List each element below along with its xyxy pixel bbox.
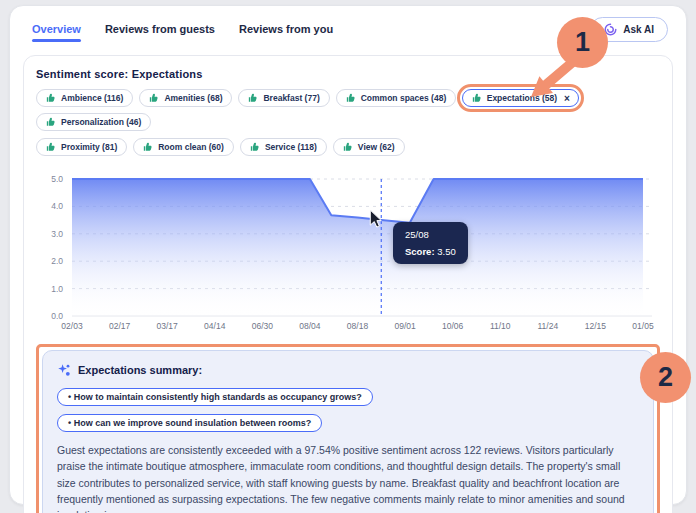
expectations-summary-card: Expectations summary: • How to maintain … (42, 350, 654, 513)
chart-tooltip: 25/08 Score: 3.50 (393, 222, 468, 264)
x-axis-tick: 04/14 (204, 321, 226, 331)
x-axis-tick: 02/17 (109, 321, 131, 331)
sparkle-icon (57, 363, 71, 377)
summary-question-chip[interactable]: • How can we improve sound insulation be… (57, 414, 322, 432)
thumbs-up-icon (149, 93, 159, 103)
x-axis-tick: 11/24 (538, 321, 559, 331)
y-axis-tick: 1.0 (51, 284, 63, 294)
tooltip-score-value: 3.50 (437, 246, 456, 257)
chip-row: Proximity (81)Room clean (60)Service (11… (36, 138, 660, 156)
sentiment-chip-amenities[interactable]: Amenities (68) (139, 89, 232, 107)
y-axis-tick: 3.0 (51, 229, 63, 239)
thumbs-up-icon (346, 93, 356, 103)
x-axis-tick: 12/15 (585, 321, 607, 331)
x-axis-tick: 06/30 (252, 321, 274, 331)
y-axis-tick: 5.0 (51, 174, 63, 184)
thumbs-up-icon (250, 142, 260, 152)
thumbs-up-icon (143, 142, 153, 152)
x-axis-tick: 02/03 (61, 321, 83, 331)
y-axis-tick: 0.0 (51, 311, 63, 321)
chip-label: Amenities (68) (164, 93, 222, 103)
annotation-arrow-icon (527, 51, 591, 105)
chip-label: Service (118) (265, 142, 317, 152)
x-axis-tick: 08/18 (347, 321, 369, 331)
sentiment-chip-service[interactable]: Service (118) (240, 138, 327, 156)
sentiment-chip-ambience[interactable]: Ambience (116) (36, 89, 133, 107)
tab-reviews-from-you[interactable]: Reviews from you (239, 23, 333, 42)
sentiment-panel: Sentiment score: Expectations Ambience (… (23, 55, 673, 513)
thumbs-up-icon (248, 93, 258, 103)
summary-question-chip[interactable]: • How to maintain consistently high stan… (57, 388, 373, 406)
x-axis-tick: 11/10 (490, 321, 511, 331)
x-axis-tick: 03/17 (157, 321, 179, 331)
sentiment-chip-personalization[interactable]: Personalization (46) (36, 113, 151, 131)
chip-label: Proximity (81) (61, 142, 117, 152)
thumbs-up-icon (46, 117, 56, 127)
thumbs-up-icon (343, 142, 353, 152)
chip-label: Ambience (116) (61, 93, 123, 103)
thumbs-up-icon (46, 142, 56, 152)
summary-text: Guest expectations are consistently exce… (57, 442, 639, 513)
sentiment-chip-room-clean[interactable]: Room clean (60) (133, 138, 234, 156)
sentiment-chip-proximity[interactable]: Proximity (81) (36, 138, 127, 156)
annotation-box-summary: Expectations summary: • How to maintain … (36, 344, 660, 513)
chip-label: Breakfast (77) (263, 93, 319, 103)
summary-title: Expectations summary: (78, 364, 202, 376)
chip-label: View (62) (358, 142, 395, 152)
sentiment-chart[interactable]: 0.01.02.03.04.05.002/0302/1703/1704/1406… (36, 166, 660, 336)
tab-reviews-from-guests[interactable]: Reviews from guests (105, 23, 215, 42)
area-chart-canvas[interactable]: 0.01.02.03.04.05.002/0302/1703/1704/1406… (36, 166, 676, 336)
sentiment-chip-common-spaces[interactable]: Common spaces (48) (336, 89, 457, 107)
x-axis-tick: 10/06 (442, 321, 464, 331)
thumbs-up-icon (46, 93, 56, 103)
tooltip-date: 25/08 (405, 230, 456, 240)
ask-ai-label: Ask AI (623, 24, 654, 35)
chip-label: Personalization (46) (61, 117, 141, 127)
thumbs-up-icon (472, 93, 482, 103)
chip-label: Room clean (60) (158, 142, 224, 152)
tab-overview[interactable]: Overview (32, 23, 81, 42)
x-axis-tick: 08/04 (299, 321, 321, 331)
tooltip-score-label: Score: (405, 246, 435, 257)
sentiment-chip-breakfast[interactable]: Breakfast (77) (238, 89, 329, 107)
annotation-step-2-badge: 2 (640, 352, 691, 403)
area-fill (72, 179, 643, 316)
sentiment-chip-view[interactable]: View (62) (333, 138, 405, 156)
chip-label: Common spaces (48) (361, 93, 447, 103)
y-axis-tick: 2.0 (51, 256, 63, 266)
x-axis-tick: 09/01 (394, 321, 416, 331)
x-axis-tick: 01/05 (632, 321, 654, 331)
y-axis-tick: 4.0 (51, 201, 63, 211)
suggested-questions: • How to maintain consistently high stan… (57, 388, 639, 432)
